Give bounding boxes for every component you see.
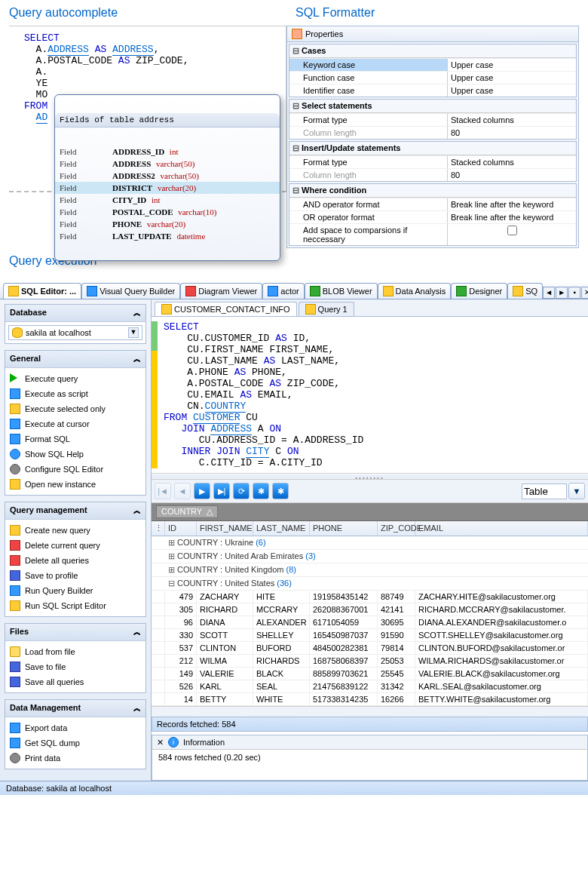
prop-row[interactable]: AND operator formatBreak line after the … xyxy=(289,198,576,210)
col-id[interactable]: ID xyxy=(165,521,197,536)
table-row[interactable]: 14BETTYWHITE51733831423516266BETTY.WHITE… xyxy=(152,693,588,706)
next-button[interactable]: ▶ xyxy=(194,483,210,499)
field-row[interactable]: FieldLAST_UPDATE datetime xyxy=(55,230,280,242)
prop-row[interactable]: Function caseUpper case xyxy=(289,71,576,84)
prop-group-header[interactable]: Select statements xyxy=(289,100,576,113)
tab-data-analysis[interactable]: Data Analysis xyxy=(378,283,452,299)
splitter[interactable]: •••••••• xyxy=(152,474,588,480)
database-header[interactable]: Database ︽ xyxy=(5,305,145,322)
prop-checkbox[interactable] xyxy=(507,226,517,235)
toggle2-button[interactable]: ✱ xyxy=(272,483,289,499)
col-phone[interactable]: PHONE xyxy=(310,521,378,536)
action-run-query-builder[interactable]: Run Query Builder xyxy=(8,583,142,598)
prop-row[interactable]: Identifier caseUpper case xyxy=(289,84,576,97)
tab-prev[interactable]: ◄ xyxy=(543,287,555,299)
tab-blob-viewer[interactable]: BLOB Viewer xyxy=(305,283,378,299)
prop-row[interactable]: Add space to comparsions if neccessary xyxy=(289,223,576,245)
action-create-new-query[interactable]: Create new query xyxy=(8,523,142,538)
tab-sql-editor-[interactable]: SQL Editor: ... xyxy=(3,283,81,299)
action-run-sql-script-editor[interactable]: Run SQL Script Editor xyxy=(8,598,142,613)
prop-row[interactable]: Keyword caseUpper case xyxy=(289,58,576,71)
col-firstname[interactable]: FIRST_NAME xyxy=(197,521,253,536)
prop-row[interactable]: OR operator formatBreak line after the k… xyxy=(289,210,576,223)
refresh-button[interactable]: ⟳ xyxy=(233,483,250,499)
database-selector[interactable]: sakila at localhost ▼ xyxy=(8,325,142,340)
query-tab[interactable]: CUSTOMER_CONTACT_INFO xyxy=(155,302,297,316)
group-bar[interactable]: COUNTRY △ xyxy=(152,503,588,521)
tab-diagram-viewer[interactable]: Diagram Viewer xyxy=(180,283,262,299)
tab-next[interactable]: ► xyxy=(556,287,568,299)
group-row[interactable]: COUNTRY : Ukraine (6) xyxy=(152,536,588,550)
col-email[interactable]: EMAIL xyxy=(415,521,588,536)
prop-row[interactable]: Column length80 xyxy=(289,168,576,181)
tab-visual-query-builder[interactable]: Visual Query Builder xyxy=(81,283,180,299)
group-column-pill[interactable]: COUNTRY △ xyxy=(156,505,218,518)
tab-close[interactable]: ✕ xyxy=(581,287,588,299)
field-row[interactable]: FieldADDRESS_ID int xyxy=(55,146,280,158)
sql-editor[interactable]: SELECT CU.CUSTOMER_ID AS ID, CU.FIRST_NA… xyxy=(152,317,588,474)
field-row[interactable]: FieldPHONE varchar(20) xyxy=(55,218,280,230)
scrollbar-h[interactable] xyxy=(152,706,588,717)
action-execute-as-script[interactable]: Execute as script xyxy=(8,386,142,401)
prop-row[interactable]: Format typeStacked columns xyxy=(289,155,576,168)
table-row[interactable]: 149VALERIEBLACK88589970362125545VALERIE.… xyxy=(152,668,588,680)
table-row[interactable]: 479ZACHARYHITE19195843514288749ZACHARY.H… xyxy=(152,591,588,603)
field-row[interactable]: FieldPOSTAL_CODE varchar(10) xyxy=(55,206,280,218)
action-open-new-instance[interactable]: Open new instance xyxy=(8,477,142,492)
table-row[interactable]: 212WILMARICHARDS16875806839725053WILMA.R… xyxy=(152,655,588,668)
dropdown-icon[interactable]: ▼ xyxy=(128,327,139,338)
action-print-data[interactable]: Print data xyxy=(8,751,142,766)
prev-button[interactable]: ◄ xyxy=(174,483,191,499)
table-row[interactable]: 96DIANAALEXANDER617105405930695DIANA.ALE… xyxy=(152,616,588,629)
prop-row[interactable]: Format typeStacked columns xyxy=(289,113,576,126)
action-get-sql-dump[interactable]: Get SQL dump xyxy=(8,735,142,751)
table-row[interactable]: 330SCOTTSHELLEY16545098703791590SCOTT.SH… xyxy=(152,629,588,642)
field-row[interactable]: FieldCITY_ID int xyxy=(55,194,280,206)
prop-group-header[interactable]: Where condition xyxy=(289,184,576,198)
action-load-from-file[interactable]: Load from file xyxy=(8,644,142,659)
tab-actor[interactable]: actor xyxy=(262,283,304,299)
panel-header[interactable]: General︽ xyxy=(5,351,145,368)
view-mode-drop[interactable]: ▼ xyxy=(568,483,585,499)
autocomplete-popup[interactable]: Fields of table address FieldADDRESS_ID … xyxy=(54,94,280,261)
action-delete-current-query[interactable]: Delete current query xyxy=(8,538,142,553)
prop-group-header[interactable]: Insert/Update statements xyxy=(289,142,576,155)
action-save-all-queries[interactable]: Save all queries xyxy=(8,674,142,689)
action-save-to-file[interactable]: Save to file xyxy=(8,659,142,674)
table-row[interactable]: 537CLINTONBUFORD48450028238179814CLINTON… xyxy=(152,642,588,655)
tab-list[interactable]: ▪ xyxy=(568,287,580,299)
field-row[interactable]: FieldADDRESS2 varchar(50) xyxy=(55,170,280,182)
col-lastname[interactable]: LAST_NAME xyxy=(253,521,310,536)
first-button[interactable]: |◄ xyxy=(155,483,171,499)
query-tab[interactable]: Query 1 xyxy=(299,302,354,316)
action-format-sql[interactable]: Format SQL xyxy=(8,431,142,447)
field-row[interactable]: FieldDISTRICT varchar(20) xyxy=(55,182,280,194)
col-zip[interactable]: ZIP_CODE xyxy=(378,521,415,536)
group-row[interactable]: COUNTRY : United States (36) xyxy=(152,577,588,591)
action-configure-sql-editor[interactable]: Configure SQL Editor xyxy=(8,462,142,477)
prop-row[interactable]: Column length80 xyxy=(289,126,576,139)
toggle1-button[interactable]: ✱ xyxy=(253,483,269,499)
col-expand[interactable]: ⋮ xyxy=(152,521,165,536)
action-execute-query[interactable]: Execute query xyxy=(8,371,142,386)
tab-sq[interactable]: SQ xyxy=(507,283,543,299)
action-save-to-profile[interactable]: Save to profile xyxy=(8,568,142,583)
panel-header[interactable]: Data Management︽ xyxy=(5,700,145,717)
action-show-sql-help[interactable]: Show SQL Help xyxy=(8,447,142,462)
action-export-data[interactable]: Export data xyxy=(8,720,142,735)
action-execute-selected-only[interactable]: Execute selected only xyxy=(8,401,142,416)
table-row[interactable]: 526KARLSEAL21475683912231342KARL.SEAL@sa… xyxy=(152,680,588,693)
action-execute-at-cursor[interactable]: Execute at cursor xyxy=(8,416,142,431)
grid-body[interactable]: COUNTRY : Ukraine (6)COUNTRY : United Ar… xyxy=(152,536,588,706)
info-close[interactable]: ✕ xyxy=(157,738,164,748)
action-delete-all-queries[interactable]: Delete all queries xyxy=(8,553,142,568)
group-row[interactable]: COUNTRY : United Kingdom (8) xyxy=(152,563,588,577)
tab-designer[interactable]: Designer xyxy=(451,283,507,299)
table-row[interactable]: 305RICHARDMCCRARY26208836700142141RICHAR… xyxy=(152,603,588,616)
panel-header[interactable]: Files︽ xyxy=(5,624,145,641)
group-row[interactable]: COUNTRY : United Arab Emirates (3) xyxy=(152,550,588,563)
panel-header[interactable]: Query management︽ xyxy=(5,502,145,520)
prop-group-header[interactable]: Cases xyxy=(289,45,576,58)
view-mode-select[interactable] xyxy=(522,484,567,499)
last-button[interactable]: ▶| xyxy=(213,483,230,499)
